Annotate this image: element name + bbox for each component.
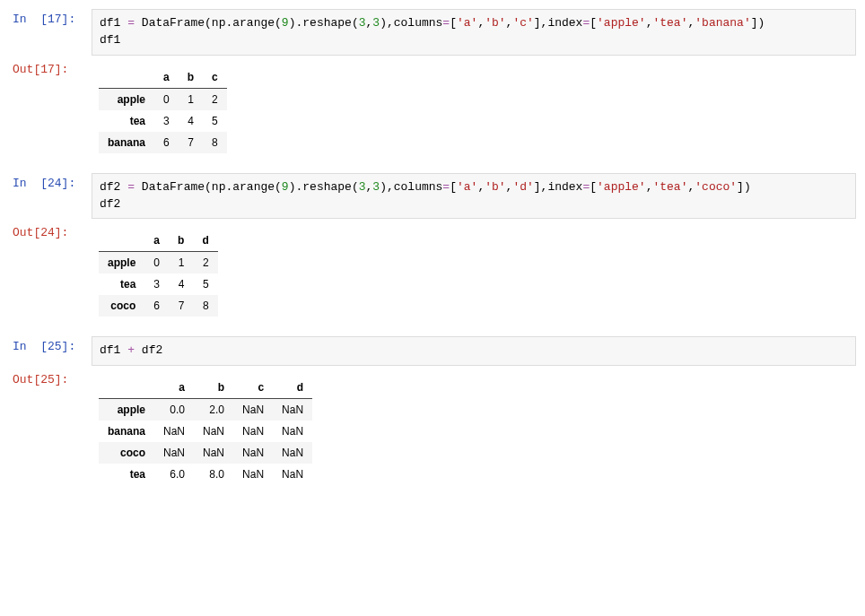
table-cell: 5 (203, 110, 227, 132)
table-cell: 2.0 (194, 399, 233, 421)
table-row-header: coco (99, 442, 154, 464)
code-token: 'apple' (597, 180, 646, 194)
out-prompt: Out[17]: (9, 59, 92, 80)
table-corner (99, 66, 154, 89)
table-cell: NaN (273, 442, 312, 464)
table-col-header: b (169, 230, 193, 252)
table-cell: 2 (193, 252, 217, 274)
code-token: [ (590, 16, 597, 30)
table-cell: NaN (233, 464, 273, 485)
table-cell: 8.0 (194, 464, 233, 485)
table-cell: 0 (144, 252, 169, 274)
table-row: tea345 (99, 110, 227, 132)
code-token: df1 (100, 33, 120, 47)
table-cell: NaN (273, 399, 312, 421)
code-token: ]) (737, 180, 751, 194)
table-cell: 2 (203, 88, 227, 110)
table-cell: 0 (154, 88, 179, 110)
code-cell: In [17]: df1 = DataFrame(np.arange(9).re… (9, 7, 856, 168)
table-row-header: banana (99, 421, 154, 442)
in-prompt: In [24]: (9, 173, 92, 194)
code-token: [ (450, 16, 457, 30)
table-col-header: d (273, 377, 312, 399)
code-token: DataFrame(np.arange( (135, 16, 282, 30)
table-row-header: apple (99, 252, 144, 274)
code-input[interactable]: df1 = DataFrame(np.arange(9).reshape(3,3… (92, 9, 856, 56)
table-row: bananaNaNNaNNaNNaN (99, 421, 312, 442)
code-token: 'd' (512, 180, 533, 194)
dataframe-table: abcdapple0.02.0NaNNaNbananaNaNNaNNaNNaNc… (99, 377, 312, 485)
code-token: 3 (359, 16, 366, 30)
code-token: [ (590, 180, 597, 194)
code-token: ]) (751, 16, 765, 30)
table-col-header: c (233, 377, 273, 399)
table-cell: 3 (154, 110, 179, 132)
table-cell: 6.0 (154, 464, 194, 485)
code-token: ),columns (380, 16, 442, 30)
code-token: = (442, 16, 450, 30)
table-row-header: coco (99, 295, 144, 317)
code-token: 'b' (485, 16, 505, 30)
dataframe-table: abcapple012tea345banana678 (99, 66, 227, 153)
output-area: abcdapple0.02.0NaNNaNbananaNaNNaNNaNNaNc… (92, 369, 856, 498)
table-cell: 5 (193, 273, 217, 295)
code-token: 'a' (457, 16, 477, 30)
table-row: tea345 (99, 273, 218, 295)
code-token: df1 (100, 16, 127, 30)
table-row-header: apple (99, 88, 154, 110)
table-corner (99, 377, 154, 399)
code-token: 3 (372, 180, 380, 194)
table-row-header: tea (99, 464, 154, 485)
table-row-header: apple (99, 399, 154, 421)
code-cell: In [24]: df2 = DataFrame(np.arange(9).re… (9, 171, 856, 332)
code-token: = (127, 16, 135, 30)
table-cell: 4 (169, 273, 193, 295)
code-token: ).reshape( (289, 16, 359, 30)
table-col-header: a (154, 377, 194, 399)
out-prompt: Out[24]: (9, 222, 92, 243)
code-token: ],index (534, 180, 583, 194)
out-prompt: Out[25]: (9, 369, 92, 390)
table-col-header: b (194, 377, 233, 399)
code-token: df2 (135, 343, 162, 357)
code-token: 'b' (485, 180, 505, 194)
table-cell: NaN (233, 442, 273, 464)
table-cell: 7 (169, 295, 193, 317)
code-token: ),columns (380, 180, 442, 194)
code-input[interactable]: df2 = DataFrame(np.arange(9).reshape(3,3… (92, 173, 856, 220)
code-token: 3 (372, 16, 380, 30)
table-cell: NaN (194, 442, 233, 464)
code-token: 9 (282, 16, 289, 30)
table-cell: 8 (193, 295, 217, 317)
table-cell: NaN (233, 399, 273, 421)
table-col-header: a (144, 230, 169, 252)
code-token: 'tea' (652, 16, 687, 30)
table-row: apple012 (99, 252, 218, 274)
code-token: + (127, 343, 135, 357)
code-token: DataFrame(np.arange( (135, 180, 282, 194)
table-cell: NaN (154, 421, 194, 442)
table-cell: 6 (144, 295, 169, 317)
table-cell: 8 (203, 132, 227, 153)
dataframe-table: abdapple012tea345coco678 (99, 230, 218, 317)
code-token: 'apple' (597, 16, 646, 30)
table-col-header: c (203, 66, 227, 89)
table-cell: 1 (169, 252, 193, 274)
table-cell: NaN (154, 442, 194, 464)
table-cell: 1 (179, 88, 203, 110)
table-col-header: a (154, 66, 179, 89)
table-row: apple012 (99, 88, 227, 110)
code-token: ],index (534, 16, 583, 30)
in-prompt: In [17]: (9, 9, 92, 30)
table-cell: NaN (233, 421, 273, 442)
table-row: banana678 (99, 132, 227, 153)
code-token: 'a' (457, 180, 477, 194)
code-token: = (442, 180, 450, 194)
table-cell: NaN (273, 464, 312, 485)
output-area: abdapple012tea345coco678 (92, 222, 856, 329)
code-token: 'c' (512, 16, 533, 30)
code-token: 3 (359, 180, 366, 194)
in-prompt: In [25]: (9, 336, 92, 357)
table-col-header: b (179, 66, 203, 89)
code-input[interactable]: df1 + df2 (92, 336, 856, 366)
